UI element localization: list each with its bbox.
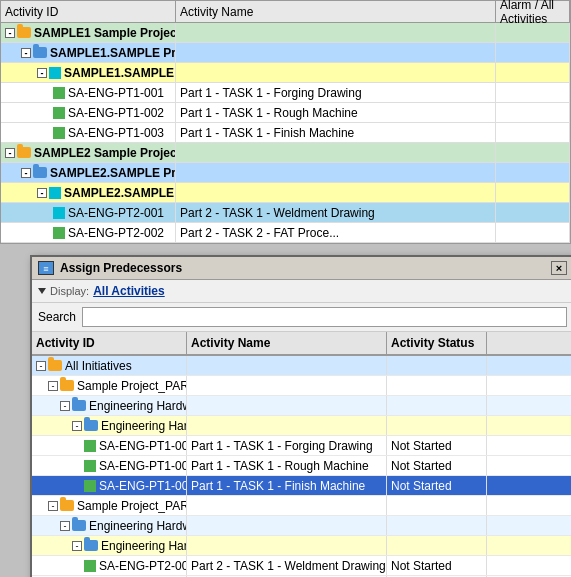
list-item[interactable]: - Sample Project_PART2 xyxy=(32,496,571,516)
row-part2dev-id: - SAMPLE2.SAMPLE Project Dev2.PART2 Engi… xyxy=(1,183,176,202)
table-row[interactable]: SA-ENG-PT1-003 Part 1 - TASK 1 - Finish … xyxy=(1,123,570,143)
green-sq-icon xyxy=(84,440,96,452)
assign-predecessors-dialog: ≡ Assign Predecessors × Display: All Act… xyxy=(30,255,571,577)
list-item[interactable]: - Engineering Hardware - Part 2 Developm… xyxy=(32,536,571,556)
modal-grid-body: - All Initiatives - Sample Project_PART1 xyxy=(32,356,571,577)
display-value-dropdown[interactable]: All Activities xyxy=(93,284,165,298)
table-row: - SAMPLE1 Sample Project_PART1 xyxy=(1,23,570,43)
row-part2dev-name xyxy=(176,183,496,202)
folder-blue-icon xyxy=(72,520,86,531)
task-sa-pt2-002-status xyxy=(496,223,570,242)
modal-task-pt1003-id: SA-ENG-PT1-003 xyxy=(32,476,187,495)
list-item[interactable]: SA-ENG-PT1-001 Part 1 - TASK 1 - Forging… xyxy=(32,436,571,456)
col-header-alarm: Alarm / All Activities xyxy=(496,1,570,22)
modal-titlebar: ≡ Assign Predecessors × xyxy=(32,257,571,280)
modal-row-part2-status xyxy=(387,496,487,515)
task-sa-pt1-001-status xyxy=(496,83,570,102)
expand-icon[interactable]: - xyxy=(37,68,47,78)
expand-icon[interactable]: - xyxy=(37,188,47,198)
expand-icon[interactable]: - xyxy=(36,361,46,371)
search-label: Search xyxy=(38,310,76,324)
expand-icon[interactable]: - xyxy=(21,48,31,58)
table-row[interactable]: SA-ENG-PT1-002 Part 1 - TASK 1 - Rough M… xyxy=(1,103,570,123)
green-sq-icon xyxy=(53,227,65,239)
list-item[interactable]: - All Initiatives xyxy=(32,356,571,376)
modal-row-part1-status xyxy=(387,376,487,395)
task-sa-pt1-001-id: SA-ENG-PT1-001 xyxy=(1,83,176,102)
task-sa-pt2-001-name: Part 2 - TASK 1 - Weldment Drawing xyxy=(176,203,496,222)
expand-icon[interactable]: - xyxy=(48,501,58,511)
expand-icon[interactable]: - xyxy=(48,381,58,391)
row-eng2-id: - SAMPLE2.SAMPLE Project Dev2 Engineerin… xyxy=(1,163,176,182)
list-item[interactable]: SA-ENG-PT1-003 Part 1 - TASK 1 - Finish … xyxy=(32,476,571,496)
task-sa-pt1-002-name: Part 1 - TASK 1 - Rough Machine xyxy=(176,103,496,122)
folder-blue-icon xyxy=(84,420,98,431)
table-row: - SAMPLE2.SAMPLE Project Dev2.PART2 Engi… xyxy=(1,183,570,203)
row-sample2-id: - SAMPLE2 Sample Project_PART2 xyxy=(1,143,176,162)
list-item[interactable]: SA-ENG-PT2-001 Part 2 - TASK 1 - Weldmen… xyxy=(32,556,571,576)
table-row[interactable]: SA-ENG-PT1-001 Part 1 - TASK 1 - Forging… xyxy=(1,83,570,103)
row-part1dev-status xyxy=(496,63,570,82)
expand-icon[interactable]: - xyxy=(72,421,82,431)
cyan-sq-icon xyxy=(53,207,65,219)
row-part1dev-id: - SAMPLE1.SAMPLE Project Dev1.PART1 Engi… xyxy=(1,63,176,82)
expand-icon[interactable]: - xyxy=(5,148,15,158)
modal-task-pt1001-name: Part 1 - TASK 1 - Forging Drawing xyxy=(187,436,387,455)
folder-blue-icon xyxy=(84,540,98,551)
cyan-folder-icon xyxy=(49,187,61,199)
table-row[interactable]: SA-ENG-PT2-001 Part 2 - TASK 1 - Weldmen… xyxy=(1,203,570,223)
modal-row-enghw2dev-status xyxy=(387,536,487,555)
folder-yellow-icon xyxy=(60,380,74,391)
task-sa-pt2-001-id: SA-ENG-PT2-001 xyxy=(1,203,176,222)
list-item[interactable]: - Engineering Hardware - Part 1 xyxy=(32,396,571,416)
modal-col-header-status: Activity Status xyxy=(387,332,487,354)
search-row: Search xyxy=(32,303,571,332)
expand-icon[interactable]: - xyxy=(5,28,15,38)
list-item[interactable]: - Engineering Hardware - Part 2 xyxy=(32,516,571,536)
modal-task-pt1002-status: Not Started xyxy=(387,456,487,475)
expand-icon[interactable]: - xyxy=(60,521,70,531)
cyan-folder-icon xyxy=(49,67,61,79)
modal-row-enghw2-name xyxy=(187,516,387,535)
folder-blue-icon xyxy=(33,167,47,178)
list-item[interactable]: SA-ENG-PT1-002 Part 1 - TASK 1 - Rough M… xyxy=(32,456,571,476)
expand-icon[interactable]: - xyxy=(21,168,31,178)
task-sa-pt1-003-name: Part 1 - TASK 1 - Finish Machine xyxy=(176,123,496,142)
modal-task-pt1003-name: Part 1 - TASK 1 - Finish Machine xyxy=(187,476,387,495)
modal-row-enghw2-status xyxy=(387,516,487,535)
task-sa-pt2-001-status xyxy=(496,203,570,222)
modal-col-header-name: Activity Name xyxy=(187,332,387,354)
modal-close-button[interactable]: × xyxy=(551,261,567,275)
expand-icon[interactable]: - xyxy=(60,401,70,411)
folder-blue-icon xyxy=(72,400,86,411)
row-part1dev-name xyxy=(176,63,496,82)
modal-row-part1-name xyxy=(187,376,387,395)
list-item[interactable]: - Engineering Hardware - Part 1 Developm… xyxy=(32,416,571,436)
modal-grid-header: Activity ID Activity Name Activity Statu… xyxy=(32,332,571,356)
modal-row-initiatives-status xyxy=(387,356,487,375)
task-sa-pt2-002-id: SA-ENG-PT2-002 xyxy=(1,223,176,242)
modal-row-enghw2-id: - Engineering Hardware - Part 2 xyxy=(32,516,187,535)
task-sa-pt2-002-name: Part 2 - TASK 2 - FAT Proce... xyxy=(176,223,496,242)
modal-row-enghw1-status xyxy=(387,396,487,415)
search-input[interactable] xyxy=(82,307,567,327)
modal-row-initiatives-name xyxy=(187,356,387,375)
green-sq-icon xyxy=(84,480,96,492)
folder-yellow-icon xyxy=(60,500,74,511)
list-item[interactable]: - Sample Project_PART1 xyxy=(32,376,571,396)
table-icon: ≡ xyxy=(38,261,54,275)
folder-yellow-icon xyxy=(17,27,31,38)
dropdown-arrow-icon xyxy=(38,288,46,294)
table-row[interactable]: SA-ENG-PT2-002 Part 2 - TASK 2 - FAT Pro… xyxy=(1,223,570,243)
green-sq-icon xyxy=(53,127,65,139)
table-row: - SAMPLE1.SAMPLE Project Dev1.PART1 Engi… xyxy=(1,63,570,83)
expand-icon[interactable]: - xyxy=(72,541,82,551)
folder-blue-icon xyxy=(33,47,47,58)
col-header-activity-name: Activity Name xyxy=(176,1,496,22)
task-sa-pt1-003-status xyxy=(496,123,570,142)
modal-task-pt1002-id: SA-ENG-PT1-002 xyxy=(32,456,187,475)
row-eng1-status xyxy=(496,43,570,62)
row-sample1-status xyxy=(496,23,570,42)
row-sample1-name xyxy=(176,23,496,42)
row-part2dev-status xyxy=(496,183,570,202)
